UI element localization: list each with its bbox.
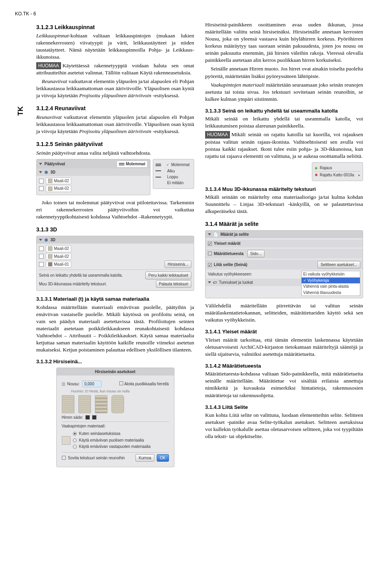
heading-3-1-3-1: 3.1.3.1 Materiaali (t) ja käytä samaa ma… (36, 296, 194, 302)
material-icon[interactable] (39, 254, 44, 259)
restore-texture-button[interactable]: Palauta tekstuuri (156, 280, 192, 288)
material-chip[interactable]: Maali-02 (46, 253, 71, 260)
menu-item[interactable]: Alku (156, 168, 191, 174)
log-preview-icon[interactable] (62, 395, 74, 413)
heading-3-1-3: 3.1.3 3D (36, 226, 194, 233)
label: Vaikutus vyöhykkeeseen: (208, 272, 252, 277)
term: Projisoitu yläpuolinen ääriviivoin (79, 128, 151, 134)
log-preview-icon[interactable] (95, 395, 107, 413)
heading-3-1-2-5: 3.1.2.5 Seinän päätyviivat (36, 141, 194, 148)
heading-3-1-4: 3.1.4 Määrät ja selite (205, 220, 363, 228)
para: Välilehdellä määritellään piirrettävän t… (205, 302, 363, 324)
side-tab-label: TK (17, 106, 25, 116)
material-chip[interactable]: Maali-02 (46, 245, 71, 252)
para: Seinälle annetaan Hirren muoto. Jos hirr… (205, 65, 363, 80)
figure-rajaus-menu: ◆Rajaus ✖Rajattu Katto 001lla▸ (205, 162, 363, 181)
figure-hirsi-dialog: Hirsiseinän asetukset ⎅Nousu:0,000 Aloit… (36, 368, 194, 468)
term: Reunaviivat (36, 114, 61, 120)
para: Joko toinen tai molemmat päätyviivat ova… (36, 199, 194, 220)
material-icon[interactable] (39, 186, 44, 191)
menu-item-selected[interactable]: ✓ Vyöhykeraja (302, 277, 360, 283)
menu-item[interactable]: Vähennä tilavuudesta (302, 290, 360, 296)
selite-asetukset-button[interactable]: Selitteen asetukset... (317, 261, 360, 268)
term: Reunaviivat (42, 78, 67, 84)
fit-texture-checkbox[interactable] (62, 456, 66, 460)
label: Vaakapintojen materiaali: (62, 423, 106, 429)
label: Käytä emäviivan puolisen materiaalia (79, 438, 144, 443)
label: Yleiset määrät (214, 241, 241, 246)
half-log-checkbox[interactable] (119, 381, 123, 385)
para: Reunaviivat vaikuttavat elementin yläpuo… (36, 78, 194, 99)
note-para: HUOMAAMikäli seinää on rajattu katoilla … (205, 131, 363, 159)
info-text: Muu 3D-ikkunassa määritelty tekstuuri. (39, 281, 107, 287)
section-3d: 3D (50, 170, 56, 175)
radio-option[interactable] (73, 432, 77, 436)
material-chip[interactable]: Maali-01 (46, 261, 71, 268)
term: Seinän päätyviivat (36, 150, 76, 156)
menu-item[interactable]: Rajattu Katto 001lla (320, 172, 354, 178)
log-preview-icon[interactable] (111, 395, 124, 413)
material-chip[interactable]: Maali-02 (46, 178, 71, 184)
heading-3-1-2-3: 3.1.2.3 Leikkauspinnat (36, 24, 194, 31)
label: Nousu: (67, 381, 80, 386)
liita-checkbox[interactable] (208, 263, 212, 267)
menu-item[interactable]: Ei vaikuta vyöhykkeisiin (302, 271, 360, 277)
radius-icon[interactable] (85, 415, 90, 420)
label: Määrätietueesta (214, 251, 244, 256)
label: Liitä selite (Seinä) (214, 262, 247, 267)
para: Seinän päätyviivat antaa valita neljästä… (36, 150, 194, 157)
header-code: KO.TK - 6 (15, 11, 363, 17)
heading-3-1-3-3: 3.1.3.3 Seinä on leikattu yhdellä tai us… (205, 107, 363, 114)
section-3d: 3D (50, 237, 56, 242)
text: -esityksessä. (151, 128, 179, 134)
heading-3-1-4-2: 3.1.4.2 Määrätietueesta (205, 362, 363, 369)
undo-cuts-button[interactable]: Peru kaikki leikkaukset (145, 272, 191, 279)
panel-title: Päätyviivat (44, 161, 65, 166)
yleiset-checkbox[interactable] (208, 242, 212, 246)
para: Leikkauspinnat-kohtaan valitaan leikkaus… (36, 32, 194, 61)
material-icon[interactable] (39, 262, 44, 267)
term: Leikkauspinnat (36, 33, 69, 39)
material-icon[interactable] (39, 246, 44, 251)
heading-3-1-4-1: 3.1.4.1 Yleiset määrät (205, 328, 363, 335)
note-para: HUOMAAKäytettäessä rakennetyyppiä voidaa… (36, 62, 194, 76)
para: Hirsiseinä-painikkeen osoittaminen avaa … (205, 21, 363, 64)
tri-icon (39, 171, 42, 173)
note-badge: HUOMAA (205, 131, 230, 138)
radius-icon[interactable] (92, 415, 96, 420)
menu-item[interactable]: Ei mitään (156, 180, 191, 185)
label: Tunnukset ja luokat (219, 280, 253, 285)
dialog-title: Hirsiseinän asetukset (95, 369, 135, 374)
hirsi-button[interactable]: Hirsiseinä... (165, 261, 191, 268)
radio-option[interactable] (73, 438, 77, 442)
label: Käytä emäviivan vastapuolen materiaalia (79, 444, 151, 449)
menu-item[interactable]: Rajaus (320, 165, 332, 170)
ok-button[interactable]: OK (157, 454, 169, 462)
material-icon[interactable] (39, 179, 44, 183)
para: Vaakapintojen materiaali määritetään seu… (205, 81, 363, 103)
material-swatch-icon (62, 436, 70, 445)
menu-item[interactable]: Loppu (156, 174, 191, 179)
term: Projisoitu yläpuolinen ääriviivoin (79, 92, 151, 98)
menu-item[interactable]: Vähennä vain pinta-alasta (302, 283, 360, 289)
hint-text: Huomio: Ei hirsiä, kun nousu on nolla (71, 389, 130, 394)
tri-icon (39, 163, 42, 165)
maaratiet-checkbox[interactable] (208, 251, 212, 255)
para: Määrätietueesta-kohdassa valitaan Sido-p… (205, 370, 363, 399)
panel-title: Määrät ja selite (220, 232, 249, 237)
heading-3-1-2-4: 3.1.2.4 Reunaviivat (36, 105, 194, 112)
text: -esityksessä. (151, 92, 179, 98)
figure-maarat-panel: 📄Määrät ja selite Yleiset määrät Määräti… (205, 230, 363, 298)
material-chip[interactable]: Maali-02 (46, 185, 71, 192)
label: Hirren säde: (62, 415, 83, 420)
radio-option[interactable] (73, 445, 77, 449)
nousu-field[interactable]: 0,000 (82, 381, 102, 387)
dropdown-selected[interactable]: Molemmat (117, 161, 148, 167)
menu-item[interactable]: ✓Molemmat (156, 162, 191, 167)
tri-icon (208, 281, 211, 283)
para: Mikäli seinää on leikattu yhdellä tai us… (205, 115, 363, 129)
cancel-button[interactable]: Kumoa (135, 454, 154, 462)
sido-button[interactable]: Sido... (247, 250, 265, 257)
log-preview-icon[interactable] (78, 395, 91, 413)
term: Vaakapintojen materiaali (211, 82, 265, 88)
